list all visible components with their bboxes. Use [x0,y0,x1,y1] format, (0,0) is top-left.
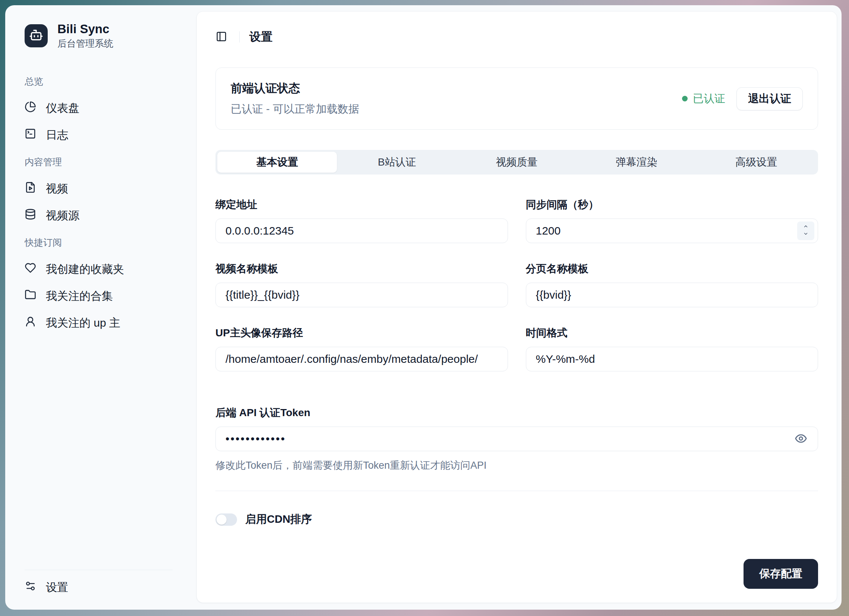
file-video-icon [25,182,36,196]
heart-icon [25,262,36,276]
app-title: Bili Sync [57,22,113,36]
chevron-up-icon[interactable] [802,224,809,230]
tab-advanced-settings[interactable]: 高级设置 [697,152,816,173]
page-title: 设置 [249,29,273,45]
sync-interval-label: 同步间隔（秒） [526,198,818,212]
database-icon [25,209,36,222]
sidebar-item-followed-collections[interactable]: 我关注的合集 [25,283,173,309]
api-token-input[interactable] [215,427,818,451]
sidebar-item-label: 视频源 [46,208,79,223]
sidebar-item-followed-uploaders[interactable]: 我关注的 up 主 [25,309,173,336]
section-label-content: 内容管理 [25,148,173,175]
main-card: 设置 前端认证状态 已认证 - 可以正常加载数据 已认证 退出认证 [197,11,837,603]
sidebar-item-label: 我关注的 up 主 [46,315,121,331]
settings-content: 前端认证状态 已认证 - 可以正常加载数据 已认证 退出认证 基本设置 B站认证 [197,49,837,603]
eye-icon [795,440,807,446]
settings-tabs: 基本设置 B站认证 视频质量 弹幕渲染 高级设置 [215,150,818,175]
bind-address-input[interactable] [215,219,508,243]
panel-left-icon [216,31,227,43]
settings-form-grid: 绑定地址 同步间隔（秒） 视 [215,198,818,371]
section-label-subscriptions: 快捷订阅 [25,229,173,256]
section-divider [215,491,818,491]
app-subtitle: 后台管理系统 [57,37,113,49]
field-video-name-template: 视频名称模板 [215,262,508,307]
cdn-toggle-label: 启用CDN排序 [245,512,312,527]
chevron-down-icon[interactable] [802,231,809,238]
video-name-template-input[interactable] [215,283,508,307]
terminal-icon [25,128,36,142]
api-token-help-text: 修改此Token后，前端需要使用新Token重新认证才能访问API [215,459,818,472]
avatar-path-label: UP主头像保存路径 [215,326,508,340]
field-bind-address: 绑定地址 [215,198,508,243]
sidebar-footer: 设置 [25,570,173,610]
field-time-format: 时间格式 [526,326,818,371]
sidebar-item-label: 设置 [46,580,68,595]
avatar-path-input[interactable] [215,347,508,371]
save-config-button[interactable]: 保存配置 [743,559,818,589]
sidebar-item-my-favorites[interactable]: 我创建的收藏夹 [25,256,173,283]
sidebar-item-label: 我关注的合集 [46,289,113,304]
sidebar-item-label: 仪表盘 [46,101,79,116]
field-sync-interval: 同步间隔（秒） [526,198,818,243]
tab-danmaku-render[interactable]: 弹幕渲染 [576,152,696,173]
folder-icon [25,289,36,303]
settings-icon [25,580,36,594]
bind-address-label: 绑定地址 [215,198,508,212]
tab-basic-settings[interactable]: 基本设置 [217,152,337,173]
auth-status-badge: 已认证 [682,91,725,106]
auth-status-card: 前端认证状态 已认证 - 可以正常加载数据 已认证 退出认证 [215,67,818,130]
app-logo-row: Bili Sync 后台管理系统 [25,24,173,48]
sidebar-item-logs[interactable]: 日志 [25,122,173,148]
page-name-template-input[interactable] [526,283,818,307]
number-stepper[interactable] [797,221,814,240]
field-page-name-template: 分页名称模板 [526,262,818,307]
page-name-template-label: 分页名称模板 [526,262,818,276]
time-format-label: 时间格式 [526,326,818,340]
tab-video-quality[interactable]: 视频质量 [457,152,576,173]
api-token-group: 后端 API 认证Token 修改此Token后，前端需要使用新Token重新认… [215,406,818,472]
sidebar-item-videos[interactable]: 视频 [25,175,173,202]
cdn-toggle-row: 启用CDN排序 [215,512,818,527]
sync-interval-input[interactable] [526,219,818,243]
app-logo [25,24,48,47]
cdn-sort-toggle[interactable] [215,513,237,526]
time-format-input[interactable] [526,347,818,371]
sidebar-item-video-sources[interactable]: 视频源 [25,202,173,229]
auth-card-subtitle: 已认证 - 可以正常加载数据 [231,102,359,117]
toggle-token-visibility-button[interactable] [794,431,808,446]
sidebar-item-label: 我创建的收藏夹 [46,262,124,277]
sidebar-item-dashboard[interactable]: 仪表盘 [25,95,173,122]
auth-card-title: 前端认证状态 [231,81,359,96]
field-avatar-path: UP主头像保存路径 [215,326,508,371]
sidebar-item-label: 日志 [46,128,68,143]
header-divider [239,31,240,43]
sidebar-item-label: 视频 [46,181,68,197]
toggle-thumb [216,515,226,525]
sidebar-toggle-button[interactable] [213,29,229,45]
sidebar-nav: 总览 仪表盘 日志 内容管理 视频 视频源 快捷订阅 我创建的收藏夹 [25,68,173,336]
logout-auth-button[interactable]: 退出认证 [736,87,803,110]
page-header: 设置 [197,12,837,49]
main-area: 设置 前端认证状态 已认证 - 可以正常加载数据 已认证 退出认证 [185,5,842,610]
status-dot-icon [682,96,688,101]
bot-icon [29,28,43,44]
api-token-label: 后端 API 认证Token [215,406,818,420]
tab-bilibili-auth[interactable]: B站认证 [337,152,457,173]
video-name-template-label: 视频名称模板 [215,262,508,276]
section-label-overview: 总览 [25,68,173,95]
user-icon [25,316,36,330]
sidebar-item-settings[interactable]: 设置 [25,574,173,601]
auth-badge-label: 已认证 [693,91,725,106]
sidebar: Bili Sync 后台管理系统 总览 仪表盘 日志 内容管理 视频 视频源 [5,5,185,610]
pie-chart-icon [25,101,36,115]
app-window: Bili Sync 后台管理系统 总览 仪表盘 日志 内容管理 视频 视频源 [5,5,842,610]
form-actions: 保存配置 [215,559,818,589]
